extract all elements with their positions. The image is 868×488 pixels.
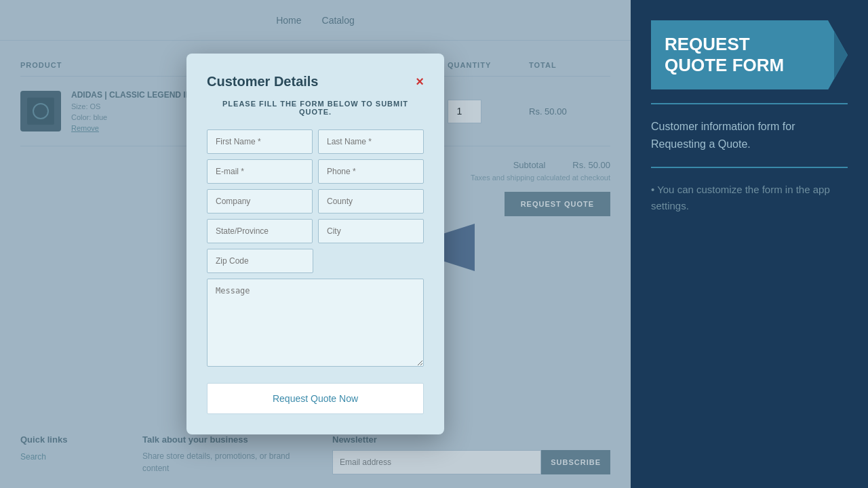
quote-banner: REQUEST QUOTE FORM: [651, 20, 848, 89]
state-input[interactable]: [207, 219, 313, 243]
company-input[interactable]: [207, 189, 313, 214]
company-county-row: [207, 189, 424, 214]
name-row: [207, 129, 424, 154]
divider-bottom: [651, 167, 848, 168]
panel-description: Customer information form for Requesting…: [651, 118, 848, 152]
county-input[interactable]: [318, 189, 424, 214]
state-city-row: [207, 219, 424, 243]
message-input[interactable]: [207, 279, 424, 367]
zip-input[interactable]: [207, 249, 313, 273]
right-panel: REQUEST QUOTE FORM Customer information …: [631, 0, 868, 488]
divider-top: [651, 103, 848, 104]
first-name-input[interactable]: [207, 129, 313, 154]
modal-subtitle: PLEASE FILL THE FORM BELOW TO SUBMIT QUO…: [207, 100, 424, 116]
modal-title: Customer Details: [207, 74, 319, 89]
submit-button[interactable]: Request Quote Now: [207, 383, 424, 414]
zip-row: [207, 249, 424, 273]
panel-note: • You can customize the form in the app …: [651, 182, 848, 214]
modal-close-button[interactable]: ×: [416, 74, 424, 89]
modal-overlay: Customer Details × PLEASE FILL THE FORM …: [0, 0, 631, 488]
last-name-input[interactable]: [318, 129, 424, 154]
modal-header: Customer Details ×: [207, 74, 424, 89]
message-row: [207, 279, 424, 369]
customer-details-modal: Customer Details × PLEASE FILL THE FORM …: [186, 54, 444, 434]
phone-input[interactable]: [318, 159, 424, 184]
banner-title-line2: QUOTE FORM: [665, 55, 814, 76]
banner-title-line1: REQUEST: [665, 34, 814, 55]
email-input[interactable]: [207, 159, 313, 184]
city-input[interactable]: [318, 219, 424, 243]
contact-row: [207, 159, 424, 184]
